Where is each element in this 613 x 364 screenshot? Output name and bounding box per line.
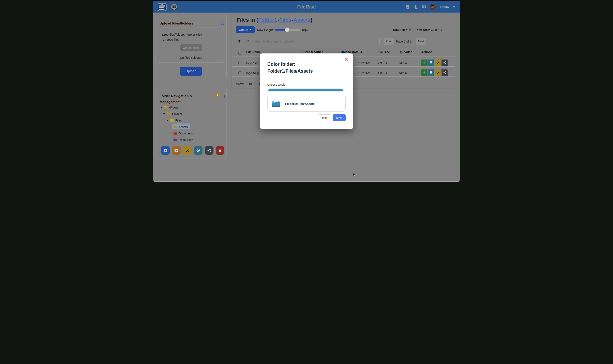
folder-icon [173,138,177,141]
upload-date: 5 10:27AM [356,71,370,75]
breadcrumb-files[interactable]: Files [279,17,291,23]
username-label[interactable]: admin [440,5,449,9]
page-indicator: Page 1 of 1 [396,40,412,43]
trash-icon [219,149,222,152]
per-page-label-fragment: i [259,82,260,86]
rename-folder-button[interactable] [183,146,192,155]
folder-icon [167,112,171,115]
user-menu-caret-icon[interactable] [453,6,455,8]
breadcrumb-folder1[interactable]: Folder1 [258,17,277,23]
app-window: FileRise [153,0,460,182]
slider-thumb[interactable] [285,27,290,32]
share-folder-button[interactable] [205,146,213,155]
breadcrumb-assets[interactable]: Assets [293,17,311,23]
page-title: Files in (Folder1›Files›Assets) [237,17,312,23]
folder-icon [170,119,174,122]
column-header-actions: Actions [421,50,432,54]
share-button[interactable] [442,69,448,76]
download-button[interactable] [421,69,428,76]
divider [155,103,226,103]
totals-summary: Total Files: 2 | Total Size: 4.20 KB [392,28,442,32]
user-avatar[interactable] [430,4,436,10]
no-files-label: No files selected [158,56,224,59]
select-chevrons-icon [253,82,255,85]
modal-title: Color folder:Folder1/Files/Assets [267,61,313,75]
edit-pencil-icon [185,149,189,152]
folder-path-label: Folder1/Files/Assets [285,102,315,105]
save-button[interactable]: Save [333,114,346,121]
create-button[interactable]: Create [236,26,255,33]
apps-grid-icon[interactable] [422,5,426,9]
choose-color-label: Choose a color [267,83,286,86]
move-folder-button[interactable] [172,146,181,155]
file-name[interactable]: logo-128. [246,61,259,65]
row-checkbox[interactable] [238,62,241,64]
uploader: admin [399,71,407,75]
expand-arrow-icon[interactable] [160,107,162,108]
row-checkbox[interactable] [238,71,241,74]
reset-button[interactable]: Reset [318,114,331,121]
edit-button[interactable] [435,69,441,76]
create-folder-button[interactable] [161,146,170,155]
folder-icon [173,131,177,135]
color-folder-modal: Color folder:Folder1/Files/Assets Choose… [260,53,353,129]
row-actions [421,60,448,66]
download-button[interactable] [421,60,428,66]
info-icon[interactable]: i [215,93,220,97]
row-actions [421,69,448,76]
mouse-cursor [352,172,357,178]
breadcrumb-separator: › [277,18,279,23]
breadcrumb-separator: › [291,18,293,23]
page-size-select[interactable]: 10 [247,80,257,87]
folder-icon [164,106,168,109]
filter-funnel-icon[interactable] [237,39,241,44]
preview-image-button[interactable] [428,60,434,66]
file-dropzone[interactable]: Drop files/folders here or click'Choose … [158,27,224,63]
upload-date: 5 10:27AM [356,61,370,65]
column-header-filesize[interactable]: File Size [378,50,390,54]
prev-page-button[interactable]: Prev [384,38,394,45]
preview-image-button[interactable] [428,69,434,76]
folder-actions-toolbar [161,146,224,155]
file-name[interactable]: logo-64.p [246,71,259,75]
expand-arrow-icon[interactable] [167,120,168,121]
choose-files-button[interactable]: Choose files [180,44,202,51]
search-icon [244,38,252,45]
select-all-checkbox[interactable] [238,52,241,55]
window-bottom-strip [153,181,460,182]
open-folder-icon [271,99,281,108]
dark-mode-moon-icon[interactable] [414,5,418,9]
upload-panel: Upload Files/Folders Drop files/folders … [155,14,227,79]
folder-icon [173,125,177,128]
column-header-uploader[interactable]: Uploader [399,50,412,54]
dropzone-text: Drop files/folders here or click'Choose … [162,32,219,42]
column-header-uploaddate[interactable]: Upload Date [341,50,363,54]
palette-icon [196,148,200,152]
drag-handle-icon[interactable] [223,95,225,98]
drag-handle-icon[interactable] [221,21,223,25]
next-page-button[interactable]: Next [416,38,426,45]
sort-ascending-icon [360,51,363,53]
show-label: Show [236,82,244,86]
column-header-datemodified[interactable]: Date Modified [304,50,323,54]
uploader: admin [399,61,407,65]
close-icon[interactable] [345,57,348,62]
row-height-label: Row Height: [257,28,274,32]
delete-folder-button[interactable] [216,146,224,155]
folder-preview-card: Folder1/Files/Assets [267,96,346,112]
selected-color-swatch[interactable] [268,89,343,91]
upload-button[interactable]: Upload [180,67,202,76]
color-picker-track[interactable] [267,88,344,92]
column-header-filename[interactable]: File Name [246,50,261,54]
row-height-slider[interactable] [275,29,300,31]
search-input[interactable] [252,40,379,43]
share-button[interactable] [442,60,448,66]
folder-move-icon [174,149,178,152]
color-folder-button[interactable] [194,146,203,155]
row-height-value: 48px [302,28,308,32]
file-size: 2.9 KB [378,61,387,65]
folder-plus-icon [163,149,167,152]
trash-restore-icon[interactable] [406,5,410,9]
edit-button[interactable] [435,60,441,66]
expand-arrow-icon[interactable] [163,113,165,114]
